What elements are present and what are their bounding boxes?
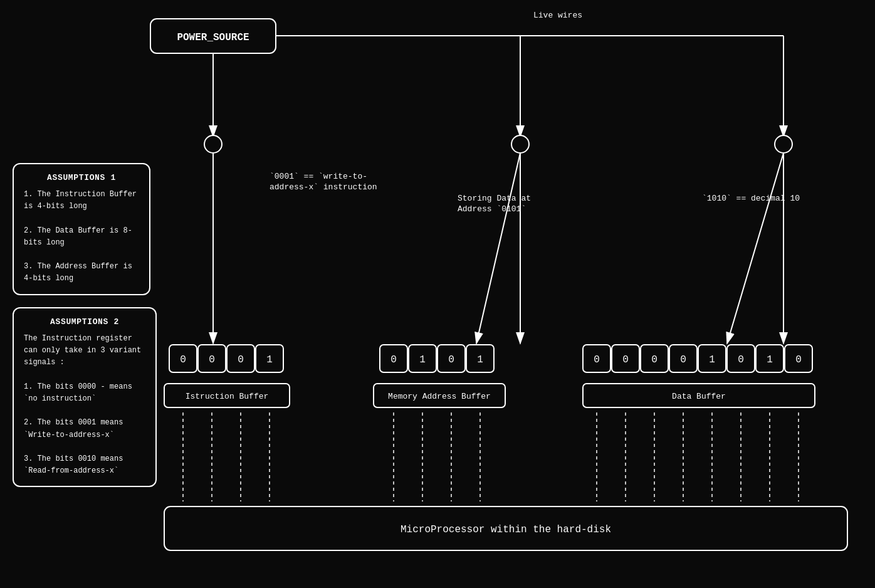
instruction-annotation: `0001` == `write-to- — [270, 172, 367, 181]
data-bit-2-val: 0 — [622, 354, 629, 365]
wire-memory-to-addr-buffer — [476, 153, 520, 344]
instruction-buffer-label: Istruction Buffer — [186, 392, 269, 401]
data-node — [775, 135, 792, 153]
data-bit-4-val: 0 — [680, 354, 686, 365]
instr-bit-3-val: 0 — [238, 354, 244, 365]
instr-bit-2-val: 0 — [209, 354, 215, 365]
power-source-label: POWER_SOURCE — [177, 32, 249, 43]
data-bit-3-val: 0 — [651, 354, 658, 365]
instruction-annotation2: address-x` instruction — [270, 182, 377, 192]
memory-node — [511, 135, 529, 153]
main-diagram: POWER_SOURCE Live wires `0001` == `write… — [0, 0, 875, 588]
wire-data-to-buffer1 — [727, 153, 783, 344]
mem-bit-3-val: 0 — [448, 354, 454, 365]
mem-bit-1-val: 0 — [390, 354, 397, 365]
decimal-annotation: `1010` == decimal 10 — [702, 194, 800, 203]
mem-bit-4-val: 1 — [477, 354, 483, 365]
data-bit-1-val: 0 — [594, 354, 600, 365]
instr-bit-4-val: 1 — [266, 354, 273, 365]
data-bit-5-val: 1 — [709, 354, 715, 365]
live-wires-label: Live wires — [533, 11, 582, 20]
data-bit-8-val: 0 — [795, 354, 802, 365]
data-bit-6-val: 0 — [738, 354, 744, 365]
mem-bit-2-val: 1 — [419, 354, 426, 365]
instruction-node — [204, 135, 222, 153]
data-bit-7-val: 1 — [767, 354, 773, 365]
microprocessor-label: MicroProcessor within the hard-disk — [401, 524, 611, 535]
data-buffer-label: Data Buffer — [672, 392, 726, 401]
memory-address-buffer-label: Memory Address Buffer — [388, 392, 491, 401]
storing-data-annotation2: Address `0101` — [458, 204, 526, 214]
instr-bit-1-val: 0 — [180, 354, 186, 365]
